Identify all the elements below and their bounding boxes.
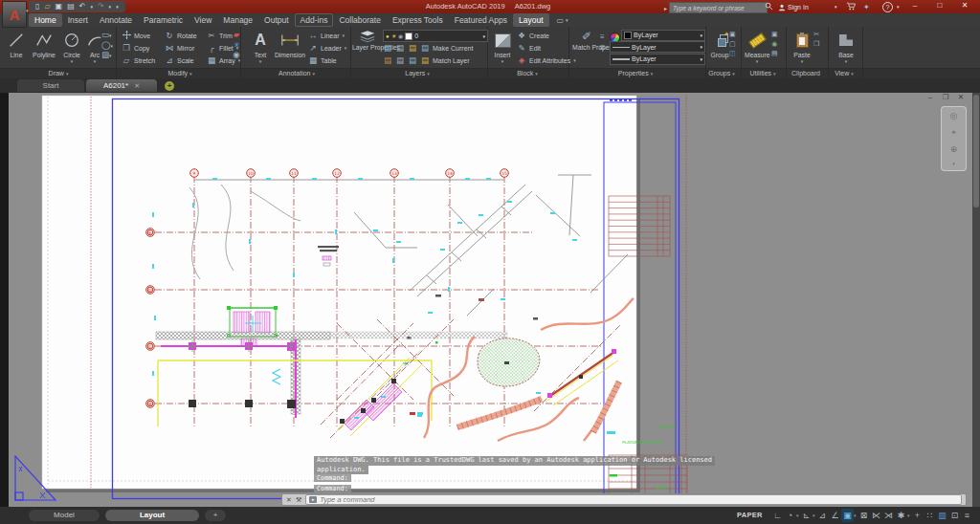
tab-express-tools[interactable]: Express Tools: [387, 13, 449, 27]
steering-wheel-icon[interactable]: ◎: [950, 111, 958, 120]
modify-extra-tools[interactable]: ▰ ✳ ◉: [232, 31, 241, 59]
clean-screen-icon[interactable]: ⊡: [948, 509, 961, 522]
create-block-tool[interactable]: ❖Create: [517, 30, 549, 41]
selection-filter-icon[interactable]: ⋊: [882, 509, 895, 522]
tab-home[interactable]: Home: [29, 13, 62, 27]
base-view-tool[interactable]: Base▾: [835, 29, 858, 64]
match-layer-tool[interactable]: ▤▤▤▤ Match Layer: [383, 55, 470, 66]
qat-customize-icon[interactable]: ▾: [116, 5, 119, 10]
navigation-bar[interactable]: ◎ ⌖ ⊕ ▾: [941, 106, 967, 171]
cut-icon[interactable]: ✂: [813, 31, 819, 38]
search-expand-icon[interactable]: ▸: [664, 5, 667, 11]
circle-tool[interactable]: Circle▾: [59, 29, 84, 64]
dimension-tool[interactable]: Dimension: [274, 29, 306, 59]
copy-clip-icon[interactable]: ❐: [813, 40, 819, 48]
polyline-tool[interactable]: Polyline: [30, 29, 58, 59]
isodraft-icon[interactable]: ⊿: [816, 509, 829, 522]
quick-select-icon[interactable]: ◉: [771, 40, 777, 48]
tab-insert[interactable]: Insert: [62, 13, 94, 27]
command-input[interactable]: ▸ Type a command: [305, 494, 962, 505]
layer-dropdown[interactable]: ● ☀ ◉ 0 ▾: [383, 30, 488, 42]
tab-manage[interactable]: Manage: [217, 13, 258, 27]
annotation-monitor-icon[interactable]: ▥: [936, 509, 948, 522]
plot-icon[interactable]: ▤: [67, 3, 75, 11]
close-command-icon[interactable]: ✕: [286, 496, 292, 504]
save-icon[interactable]: ▣: [56, 3, 63, 11]
tab-output[interactable]: Output: [258, 13, 295, 27]
workspace-gear-icon[interactable]: ✱: [895, 509, 907, 522]
line-tool[interactable]: Line: [4, 29, 29, 59]
selection-cycling-icon[interactable]: ⋉: [870, 509, 882, 522]
group-extra-tools[interactable]: ▣▢◫: [729, 31, 736, 57]
properties-panel-label[interactable]: Properties ▾: [597, 69, 674, 78]
tab-annotate[interactable]: Annotate: [94, 13, 138, 27]
clipboard-extra-tools[interactable]: ✂❐: [813, 31, 819, 48]
annotation-scale-icon[interactable]: +: [911, 509, 924, 522]
layers-panel-label[interactable]: Layers ▾: [379, 69, 456, 78]
insert-block-tool[interactable]: Insert▾: [491, 29, 514, 64]
doc-restore-icon[interactable]: ❐: [940, 93, 951, 101]
move-tool[interactable]: Move: [122, 30, 150, 41]
close-tab-icon[interactable]: ✕: [134, 82, 140, 90]
close-button[interactable]: ✕: [955, 0, 974, 11]
rectangle-icon[interactable]: ▭▾: [101, 31, 111, 39]
scale-tool[interactable]: ⊿Scale: [165, 55, 194, 66]
dynamic-input-icon[interactable]: ◔: [784, 509, 796, 522]
application-menu-button[interactable]: A: [2, 1, 27, 28]
sign-in-button[interactable]: Sign In: [778, 2, 809, 12]
ellipse-icon[interactable]: ◯▾: [101, 41, 111, 50]
open-icon[interactable]: ▱: [44, 3, 50, 11]
linear-tool[interactable]: ↔Linear▾: [308, 30, 345, 41]
explode-icon[interactable]: ✳: [232, 41, 241, 50]
lineweight-dropdown[interactable]: ByLayer ▾: [610, 54, 705, 65]
linetype-dropdown[interactable]: ByLayer ▾: [610, 41, 705, 53]
erase-icon[interactable]: ▰: [232, 31, 241, 39]
group-select-icon[interactable]: ◫: [729, 50, 736, 57]
quick-calc-icon[interactable]: ▤: [771, 50, 778, 57]
ungroup-icon[interactable]: ▣: [729, 31, 736, 38]
tab-collaborate[interactable]: Collaborate: [333, 13, 386, 27]
tab-layout[interactable]: Layout: [513, 13, 549, 27]
customization-menu-icon[interactable]: ≡: [961, 509, 973, 522]
mirror-tool[interactable]: ⋈Mirror: [165, 42, 194, 54]
undo-icon[interactable]: ↶: [79, 3, 86, 11]
layer-properties-tool[interactable]: Layer Properties: [352, 29, 383, 51]
model-tab[interactable]: Model: [29, 510, 100, 521]
polar-tracking-icon[interactable]: ⊾: [800, 509, 813, 522]
new-layout-button[interactable]: +: [205, 510, 226, 521]
view-panel-label[interactable]: View ▾: [815, 69, 873, 78]
undo-caret-icon[interactable]: ▾: [90, 5, 93, 10]
help-caret-icon[interactable]: ▾: [897, 2, 900, 12]
draw-extra-tools[interactable]: ▭▾ ◯▾ ▨▾: [101, 31, 111, 59]
customize-command-icon[interactable]: ⚒: [296, 496, 301, 504]
command-input-bar[interactable]: ✕ ⚒ ▸ Type a command: [281, 493, 967, 506]
paper-model-toggle[interactable]: PAPER: [737, 511, 763, 519]
edit-block-tool[interactable]: ✎Edit: [517, 42, 541, 54]
object-snap-icon[interactable]: ▣: [841, 509, 854, 522]
lineweight-display-icon[interactable]: ⊠: [858, 509, 870, 522]
tab-parametric[interactable]: Parametric: [138, 13, 189, 27]
command-recent-icon[interactable]: ▸: [309, 496, 317, 503]
a360-icon[interactable]: ✦: [863, 2, 870, 12]
sign-in-caret-icon[interactable]: ▾: [835, 2, 837, 12]
search-input[interactable]: Type a keyword or phrase: [669, 2, 768, 13]
annotation-visibility-icon[interactable]: ∷: [924, 509, 936, 522]
pan-icon[interactable]: ⌖: [951, 127, 956, 138]
modify-panel-label[interactable]: Modify ▾: [142, 69, 218, 78]
tab-view[interactable]: View: [189, 13, 217, 27]
search-icon[interactable]: [765, 2, 773, 13]
scrollbar-thumb[interactable]: [973, 95, 979, 207]
match-properties-tool[interactable]: ✐ Match Properties: [572, 29, 601, 51]
layout-tab[interactable]: Layout: [105, 510, 199, 521]
make-current-tool[interactable]: ▤▤▤▤ Make Current: [383, 42, 473, 54]
tab-featured-apps[interactable]: Featured Apps: [449, 13, 513, 27]
list-tools[interactable]: ≡≣: [599, 33, 606, 52]
ribbon-display-toggle[interactable]: ▭▾: [557, 16, 568, 25]
copy-tool[interactable]: ❐Copy: [122, 42, 149, 54]
object-snap-tracking-icon[interactable]: ∠: [829, 509, 841, 522]
application-menu-caret-icon[interactable]: ▾: [26, 8, 29, 13]
redo-caret-icon[interactable]: ▾: [109, 5, 112, 10]
utilities-extra-tools[interactable]: ▣◉▤: [771, 31, 778, 57]
new-icon[interactable]: ▯: [35, 3, 39, 11]
grid-snap-icon[interactable]: ∟: [771, 509, 784, 522]
